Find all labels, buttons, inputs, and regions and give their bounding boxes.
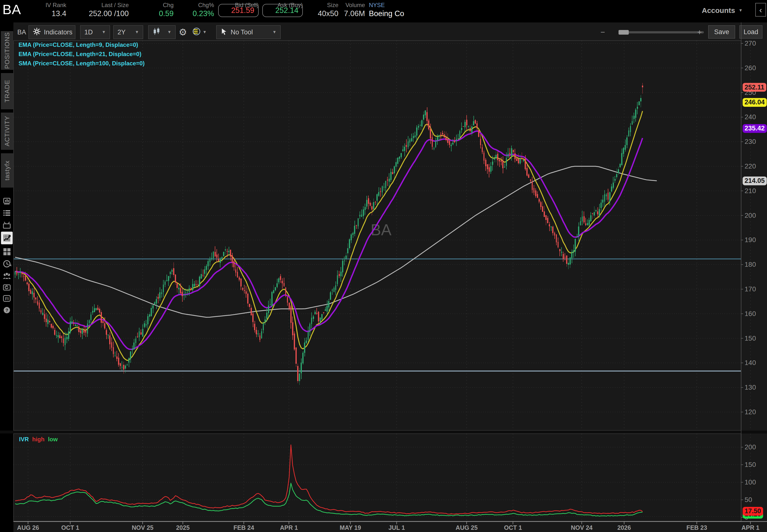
price-tick-label: 270 [745, 39, 756, 47]
price-tick-label: 140 [745, 359, 756, 367]
indicator-legend-row: EMA (Price=CLOSE, Length=9, Displace=0) [19, 41, 138, 48]
date-tick-label: NOV 24 [571, 524, 593, 531]
price-tick-label: 150 [745, 335, 756, 342]
date-tick-label: AUG 26 [17, 524, 39, 531]
indicator-legend-row: SMA (Price=CLOSE, Length=100, Displace=0… [19, 60, 145, 67]
date-tick-label: FEB 24 [234, 524, 254, 531]
ivr-legend-high: high [32, 436, 45, 443]
ema9-value-badge: 246.04 [743, 98, 767, 107]
ivr-high-value-badge: 17.50 [743, 507, 763, 516]
ivr-legend-low: low [48, 436, 58, 443]
date-tick-label: OCT 1 [504, 524, 522, 531]
date-tick-label: NOV 25 [132, 524, 154, 531]
price-tick-label: 160 [745, 310, 756, 318]
date-tick-label: FEB 23 [687, 524, 707, 531]
last-price-badge: 252.11 [743, 83, 766, 92]
ivr-tick-label: 50 [745, 496, 752, 504]
ivr-tick-label: 150 [745, 461, 756, 469]
date-tick-label: OCT 1 [61, 524, 79, 531]
price-tick-label: 210 [745, 187, 756, 195]
sma100-value-badge: 214.05 [743, 177, 767, 185]
price-tick-label: 220 [745, 162, 756, 170]
date-tick-label: 2026 [617, 524, 631, 531]
price-tick-label: 260 [745, 64, 756, 72]
price-tick-label: 230 [745, 138, 756, 146]
date-tick-label: APR 1 [741, 524, 759, 531]
trading-platform: BA IV Rank13.4Last / Size252.00 /100Chg0… [0, 0, 767, 532]
price-tick-label: 130 [745, 384, 756, 391]
price-tick-label: 200 [745, 212, 756, 219]
price-tick-label: 170 [745, 285, 756, 293]
ivr-tick-label: 200 [745, 443, 756, 451]
price-tick-label: 190 [745, 236, 756, 244]
ivr-legend-ivr: IVR [19, 436, 29, 443]
price-tick-label: 180 [745, 261, 756, 268]
ema21-value-badge: 235.42 [743, 124, 767, 133]
date-tick-label: JUL 1 [388, 524, 405, 531]
indicator-legend-row: EMA (Price=CLOSE, Length=21, Displace=0) [19, 51, 141, 58]
date-tick-label: MAY 19 [340, 524, 361, 531]
price-tick-label: 120 [745, 408, 756, 416]
ivr-legend: IVRhighlow [19, 436, 58, 443]
date-tick-label: 2025 [176, 524, 190, 531]
ivr-tick-label: 100 [745, 478, 756, 486]
date-tick-label: AUG 25 [456, 524, 478, 531]
price-tick-label: 240 [745, 113, 756, 121]
date-tick-label: APR 1 [280, 524, 298, 531]
